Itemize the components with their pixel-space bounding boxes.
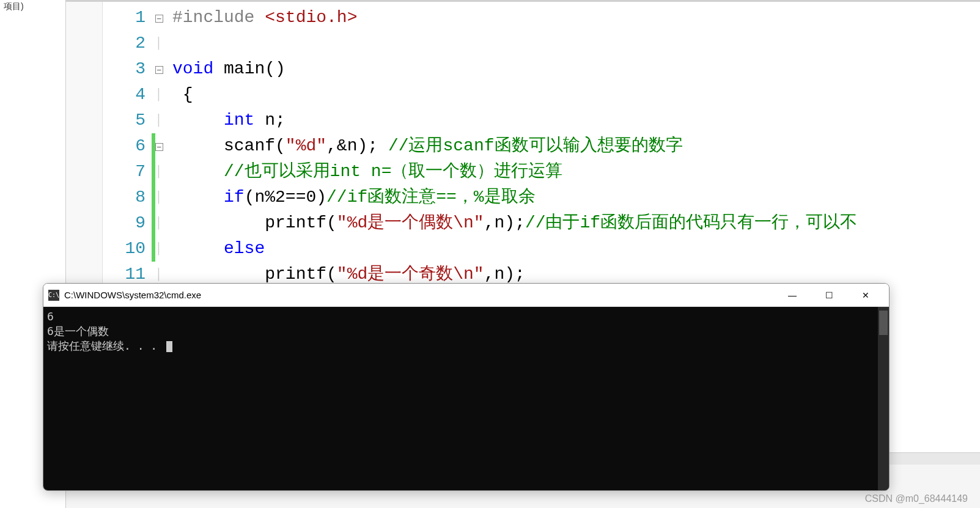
console-window[interactable]: C:\ C:\WINDOWS\system32\cmd.exe — ☐ ✕ 66… bbox=[43, 283, 890, 491]
code-line[interactable]: #include <stdio.h> bbox=[172, 5, 980, 31]
token-comment: //也可以采用int n=（取一个数）进行运算 bbox=[224, 162, 562, 181]
change-marker bbox=[152, 133, 155, 159]
token-keyword: else bbox=[224, 239, 265, 258]
line-number: 3 bbox=[103, 56, 146, 82]
token-plain: main() bbox=[213, 59, 286, 78]
change-marker bbox=[152, 159, 155, 185]
code-line[interactable]: { bbox=[172, 82, 980, 108]
token-plain: ,n); bbox=[484, 265, 525, 284]
token-plain bbox=[172, 162, 224, 181]
token-plain: printf( bbox=[172, 213, 337, 232]
fold-toggle-icon[interactable]: − bbox=[155, 143, 163, 151]
panel-label: 项目) bbox=[4, 1, 24, 11]
token-plain bbox=[172, 111, 224, 130]
scrollbar-thumb[interactable] bbox=[879, 311, 888, 335]
console-line: 6 bbox=[47, 309, 885, 324]
code-line[interactable]: void main() bbox=[172, 56, 980, 82]
line-number: 7 bbox=[103, 159, 146, 185]
line-number: 2 bbox=[103, 31, 146, 56]
token-plain: { bbox=[172, 85, 193, 104]
token-string: "%d是一个奇数\n" bbox=[337, 265, 484, 284]
line-number: 1 bbox=[103, 5, 146, 31]
code-line[interactable]: //也可以采用int n=（取一个数）进行运算 bbox=[172, 159, 980, 185]
console-output[interactable]: 66是一个偶数请按任意键继续. . . bbox=[43, 307, 889, 490]
line-number: 10 bbox=[103, 236, 146, 262]
code-line[interactable]: printf("%d是一个偶数\n",n);//由于if函数后面的代码只有一行，… bbox=[172, 210, 980, 236]
minimize-button[interactable]: — bbox=[774, 284, 811, 307]
token-comment: //运用scanf函数可以输入想要的数字 bbox=[388, 136, 683, 155]
code-line[interactable]: int n; bbox=[172, 108, 980, 133]
code-line[interactable]: if(n%2==0)//if函数注意==，%是取余 bbox=[172, 185, 980, 210]
code-line[interactable]: scanf("%d",&n); //运用scanf函数可以输入想要的数字 bbox=[172, 133, 980, 159]
token-plain: scanf( bbox=[172, 136, 286, 155]
console-line: 请按任意键继续. . . bbox=[47, 339, 885, 353]
token-plain: n; bbox=[254, 111, 285, 130]
token-plain bbox=[172, 239, 224, 258]
token-keyword: void bbox=[172, 59, 213, 78]
console-title: C:\WINDOWS\system32\cmd.exe bbox=[64, 290, 774, 300]
token-plain: (n%2==0) bbox=[245, 188, 326, 207]
console-titlebar[interactable]: C:\ C:\WINDOWS\system32\cmd.exe — ☐ ✕ bbox=[43, 284, 889, 307]
line-number: 8 bbox=[103, 185, 146, 210]
close-button[interactable]: ✕ bbox=[847, 284, 884, 307]
code-line[interactable] bbox=[172, 31, 980, 56]
token-comment: //由于if函数后面的代码只有一行，可以不 bbox=[525, 213, 857, 232]
cursor-icon bbox=[166, 341, 172, 352]
console-scrollbar[interactable] bbox=[878, 307, 889, 490]
token-plain: printf( bbox=[172, 265, 337, 284]
maximize-button[interactable]: ☐ bbox=[811, 284, 847, 307]
change-marker bbox=[152, 210, 155, 236]
token-keyword: if bbox=[224, 188, 245, 207]
token-keyword: int bbox=[224, 111, 254, 130]
token-plain bbox=[172, 188, 224, 207]
fold-toggle-icon[interactable]: − bbox=[155, 66, 163, 74]
token-comment: //if函数注意==，%是取余 bbox=[326, 188, 536, 207]
token-string: "%d是一个偶数\n" bbox=[337, 213, 484, 232]
line-number: 5 bbox=[103, 108, 146, 133]
fold-toggle-icon[interactable]: − bbox=[155, 15, 163, 23]
line-number: 6 bbox=[103, 133, 146, 159]
token-plain: ,&n); bbox=[326, 136, 388, 155]
watermark-text: CSDN @m0_68444149 bbox=[865, 493, 968, 504]
change-marker bbox=[152, 236, 155, 262]
line-number: 4 bbox=[103, 82, 146, 108]
code-line[interactable]: else bbox=[172, 236, 980, 262]
cmd-icon: C:\ bbox=[48, 290, 59, 301]
token-string: "%d" bbox=[286, 136, 326, 155]
token-string: <stdio.h> bbox=[265, 8, 357, 27]
token-plain: ,n); bbox=[484, 213, 525, 232]
console-line: 6是一个偶数 bbox=[47, 324, 885, 339]
change-marker bbox=[152, 185, 155, 210]
token-preproc: #include bbox=[172, 8, 265, 27]
line-number: 9 bbox=[103, 210, 146, 236]
window-controls: — ☐ ✕ bbox=[774, 284, 884, 307]
